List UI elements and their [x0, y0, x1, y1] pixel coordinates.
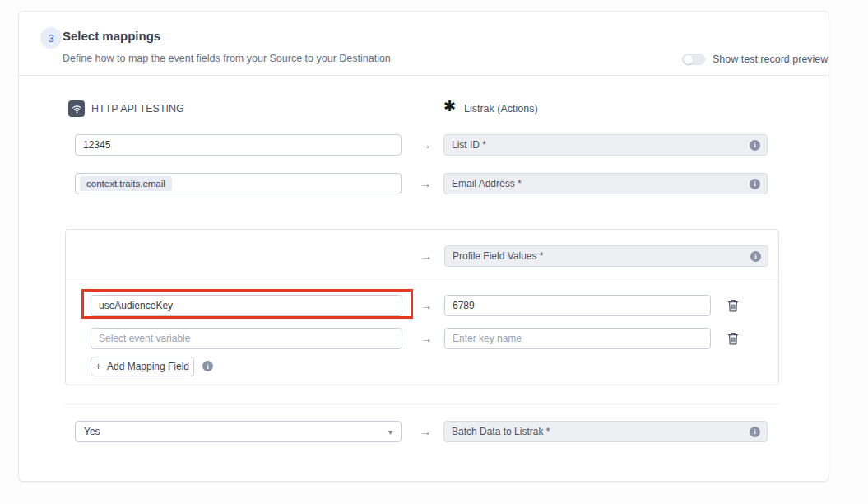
plus-icon: + — [95, 361, 101, 372]
add-mapping-field-label: Add Mapping Field — [107, 361, 189, 372]
arrow-icon: → — [412, 138, 439, 152]
info-icon[interactable]: i — [750, 179, 760, 189]
batch-data-selected-value: Yes — [84, 426, 100, 437]
mapping-key-input-1[interactable] — [444, 295, 711, 316]
info-icon[interactable]: i — [750, 140, 760, 151]
section-divider — [65, 404, 779, 404]
email-source-input[interactable]: context.traits.email — [75, 173, 402, 194]
info-icon[interactable]: i — [202, 361, 213, 371]
arrow-icon: → — [412, 424, 439, 438]
destination-name: Listrak (Actions) — [464, 103, 538, 114]
delete-mapping-row-button[interactable] — [727, 299, 739, 312]
wifi-icon — [72, 104, 82, 114]
arrow-icon: → — [413, 298, 439, 312]
page-title: Select mappings — [63, 29, 160, 43]
list-id-label: List ID * — [452, 139, 486, 151]
arrow-icon: → — [413, 331, 439, 345]
panel-divider — [66, 282, 778, 282]
event-variable-chip[interactable]: context.traits.email — [80, 176, 172, 191]
step-number-badge: 3 — [40, 27, 62, 49]
toggle-label: Show test record preview — [713, 54, 828, 65]
arrow-icon: → — [413, 249, 439, 263]
mapping-variable-input-1[interactable] — [91, 295, 402, 316]
http-api-source-icon — [68, 100, 85, 117]
delete-mapping-row-button[interactable] — [727, 332, 739, 345]
email-label: Email Address * — [452, 178, 522, 189]
chevron-down-icon: ▾ — [388, 427, 392, 436]
listrak-logo-icon: ✱ — [443, 97, 456, 115]
list-id-destination-field: List ID * i — [443, 134, 768, 156]
batch-data-destination-field: Batch Data to Listrak * i — [443, 421, 768, 442]
info-icon[interactable]: i — [750, 427, 760, 437]
source-name: HTTP API TESTING — [91, 103, 184, 114]
batch-data-select[interactable]: Yes ▾ — [75, 421, 402, 442]
mappings-card: 3 Select mappings Define how to map the … — [18, 11, 829, 482]
info-icon[interactable]: i — [750, 251, 761, 262]
profile-field-values-destination-field: Profile Field Values * i — [444, 245, 768, 267]
email-destination-field: Email Address * i — [443, 173, 768, 194]
arrow-icon: → — [412, 176, 439, 190]
page-subtitle: Define how to map the event fields from … — [63, 53, 391, 64]
trash-icon — [727, 299, 739, 312]
header-divider — [19, 75, 829, 76]
add-mapping-field-button[interactable]: + Add Mapping Field — [91, 357, 194, 376]
profile-field-values-panel: → Profile Field Values * i → → — [65, 229, 779, 385]
trash-icon — [727, 332, 739, 345]
mapping-variable-input-2[interactable] — [91, 328, 402, 349]
page: 3 Select mappings Define how to map the … — [0, 0, 868, 504]
profile-field-values-label: Profile Field Values * — [453, 250, 544, 262]
list-id-source-input[interactable] — [75, 134, 402, 156]
mapping-key-input-2[interactable] — [444, 328, 711, 349]
show-test-record-toggle[interactable] — [682, 54, 705, 65]
batch-data-label: Batch Data to Listrak * — [452, 426, 550, 437]
toggle-knob — [684, 55, 693, 64]
